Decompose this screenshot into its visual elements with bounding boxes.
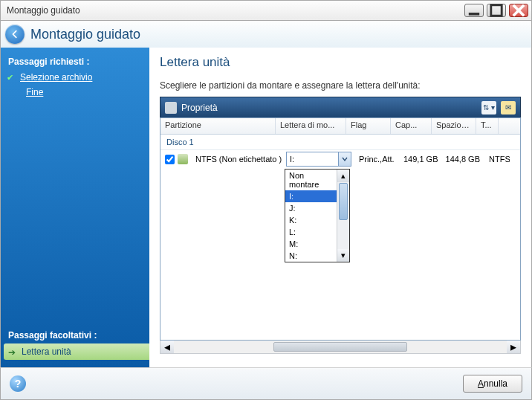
wizard-header: Montaggio guidato xyxy=(0,21,532,48)
svg-rect-1 xyxy=(491,5,502,16)
scroll-right-icon[interactable]: ▸ xyxy=(507,341,520,353)
cancel-key: A xyxy=(478,378,484,389)
properties-icon xyxy=(165,102,177,114)
cancel-rest: nnulla xyxy=(484,378,507,389)
col-free[interactable]: Spazio l... xyxy=(432,118,476,134)
window-title: Montaggio guidato xyxy=(7,5,464,16)
step-link[interactable]: Selezione archivio xyxy=(20,72,92,83)
step-fine[interactable]: Fine xyxy=(1,85,149,100)
partition-flag: Princ.,Att. xyxy=(354,153,399,165)
toolbar-view-button[interactable]: ⇅ ▾ xyxy=(481,101,496,114)
col-capacity[interactable]: Cap... xyxy=(391,118,432,134)
step-link[interactable]: Fine xyxy=(26,87,43,97)
partition-capacity: 149,1 GB xyxy=(399,153,440,165)
col-type[interactable]: T... xyxy=(476,118,499,134)
drive-letter-dropdown[interactable]: Non montare I: J: K: L: M: N: ▴ ▾ xyxy=(285,169,350,262)
minimize-button[interactable] xyxy=(464,4,484,17)
required-steps-title: Passaggi richiesti : xyxy=(1,54,149,70)
wizard-title: Montaggio guidato xyxy=(30,27,140,42)
active-step-label: Lettera unità xyxy=(22,346,71,357)
close-button[interactable] xyxy=(509,4,528,17)
scroll-left-icon[interactable]: ◂ xyxy=(160,341,174,353)
scroll-down-icon[interactable]: ▾ xyxy=(337,249,349,262)
partition-free: 144,8 GB xyxy=(440,153,484,165)
chevron-down-icon[interactable] xyxy=(338,152,351,166)
checkmark-icon: ✔ xyxy=(7,73,13,83)
window-titlebar: Montaggio guidato xyxy=(0,0,532,21)
scroll-thumb[interactable] xyxy=(339,183,348,220)
arrow-right-icon: ➔ xyxy=(8,347,16,358)
step-lettera-unita[interactable]: ➔ Lettera unità xyxy=(4,343,149,360)
combo-value: I: xyxy=(287,155,338,164)
col-flag[interactable]: Flag xyxy=(346,118,391,134)
dd-option-k[interactable]: K: xyxy=(285,214,337,226)
scroll-up-icon[interactable]: ▴ xyxy=(337,170,349,182)
back-button[interactable] xyxy=(5,25,25,44)
scroll-track[interactable] xyxy=(174,341,507,353)
dd-option-nomount[interactable]: Non montare xyxy=(285,170,337,190)
properties-button[interactable]: Proprietà xyxy=(181,103,218,113)
step-selezione-archivio[interactable]: ✔ Selezione archivio xyxy=(1,70,149,85)
optional-steps-title: Passaggi facoltativi : xyxy=(1,327,149,343)
instruction-text: Scegliere le partizioni da montare e ass… xyxy=(160,80,521,91)
partition-name: NTFS (Non etichettato ) (C:) xyxy=(191,153,284,165)
table-row: NTFS (Non etichettato ) (C:) I: Princ.,A… xyxy=(160,150,520,168)
grid-header: Partizione Lettera di mo... Flag Cap... … xyxy=(160,118,520,135)
scroll-thumb[interactable] xyxy=(273,342,406,352)
drive-letter-combo[interactable]: I: xyxy=(286,152,351,167)
col-partition[interactable]: Partizione xyxy=(160,118,276,134)
wizard-sidebar: Passaggi richiesti : ✔ Selezione archivi… xyxy=(1,48,149,367)
page-title: Lettera unità xyxy=(160,55,521,70)
toolbar-new-button[interactable]: ✉ xyxy=(501,101,516,114)
disk-group: Disco 1 xyxy=(160,135,520,150)
dd-option-n[interactable]: N: xyxy=(285,250,337,262)
dd-option-i[interactable]: I: xyxy=(285,190,337,202)
maximize-button[interactable] xyxy=(487,4,506,17)
disk-icon xyxy=(178,154,188,164)
partition-checkbox[interactable] xyxy=(165,155,175,164)
horizontal-scrollbar[interactable]: ◂ ▸ xyxy=(160,341,521,354)
help-button[interactable]: ? xyxy=(10,375,26,392)
wizard-content: Lettera unità Scegliere le partizioni da… xyxy=(149,48,531,367)
dropdown-scrollbar[interactable]: ▴ ▾ xyxy=(337,170,349,262)
wizard-footer: ? Annulla xyxy=(0,367,532,400)
col-letter[interactable]: Lettera di mo... xyxy=(276,118,346,134)
partition-type: NTFS xyxy=(484,153,510,165)
dd-option-m[interactable]: M: xyxy=(285,238,337,250)
partition-grid: Partizione Lettera di mo... Flag Cap... … xyxy=(160,117,521,341)
cancel-button[interactable]: Annulla xyxy=(463,375,522,393)
dd-option-l[interactable]: L: xyxy=(285,226,337,238)
dd-option-j[interactable]: J: xyxy=(285,202,337,214)
grid-toolbar: Proprietà ⇅ ▾ ✉ xyxy=(160,97,521,117)
